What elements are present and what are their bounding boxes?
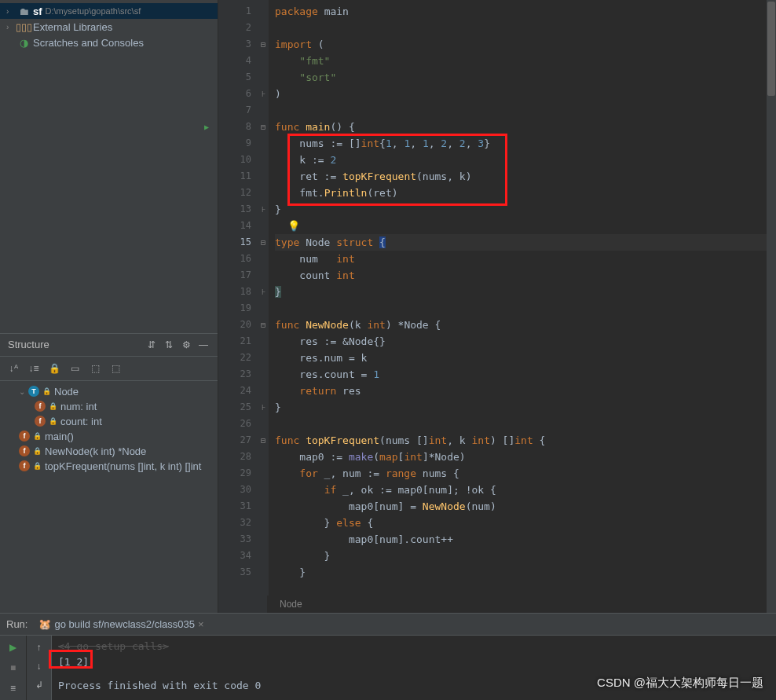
project-root[interactable]: › 🖿 sf D:\mysetup\gopath\src\sf: [0, 3, 218, 19]
lock-icon: 🔒: [33, 462, 42, 470]
struct-field-count[interactable]: f 🔒 count: int: [0, 414, 218, 429]
chevron-down-icon: ⌄: [19, 387, 25, 396]
collapse-icon[interactable]: ⇅: [163, 339, 175, 351]
external-libs-label: External Libraries: [33, 21, 112, 33]
type-icon: T: [28, 386, 39, 397]
struct-label: NewNode(k int) *Node: [45, 445, 146, 457]
scratches[interactable]: ◑ Scratches and Consoles: [0, 35, 218, 50]
scratches-label: Scratches and Consoles: [33, 37, 144, 49]
structure-header: Structure ⇵ ⇅ ⚙ —: [0, 334, 218, 356]
struct-node-type[interactable]: ⌄ T 🔒 Node: [0, 384, 218, 399]
project-name: sf: [33, 5, 42, 17]
struct-func-main[interactable]: f 🔒 main(): [0, 429, 218, 444]
down-icon[interactable]: ↓: [31, 658, 48, 675]
struct-func-newnode[interactable]: f 🔒 NewNode(k int) *Node: [0, 444, 218, 459]
struct-label: topKFrequent(nums []int, k int) []int: [45, 460, 201, 472]
wrap-icon[interactable]: ↲: [31, 676, 48, 694]
run-tab-label: go build sf/newclass2/class035: [54, 618, 195, 630]
struct-label: main(): [45, 431, 74, 442]
lock-icon: 🔒: [33, 447, 42, 455]
lock-icon: 🔒: [42, 387, 51, 395]
struct-label: num: int: [60, 401, 97, 412]
run-label: Run:: [6, 618, 27, 630]
stop-icon[interactable]: ■: [5, 659, 22, 676]
show-non-public-icon[interactable]: ▭: [66, 360, 83, 377]
scrollbar-thumb[interactable]: [767, 2, 775, 96]
console-setup: <4 go setup calls>: [58, 639, 770, 654]
sort-visibility-icon[interactable]: ↓≡: [25, 360, 42, 377]
sort-alpha-icon[interactable]: ↓ᴬ: [5, 360, 22, 377]
scrollbar-vertical[interactable]: [767, 0, 776, 613]
structure-toolbar: ↓ᴬ ↓≡ 🔒 ▭ ⬚ ⬚: [0, 356, 218, 381]
struct-label: count: int: [60, 416, 102, 427]
left-panel: › 🖿 sf D:\mysetup\gopath\src\sf › ▯▯▯ Ex…: [0, 0, 218, 613]
console-result: [1 2]: [58, 654, 770, 670]
watermark: CSDN @福大大架构师每日一题: [597, 676, 763, 691]
go-icon: 🐹: [38, 618, 51, 630]
gear-icon[interactable]: ⚙: [180, 339, 192, 351]
structure-panel: Structure ⇵ ⇅ ⚙ — ↓ᴬ ↓≡ 🔒 ▭ ⬚ ⬚ ⌄ T: [0, 333, 218, 614]
up-icon[interactable]: ↑: [31, 639, 48, 656]
autoscroll-from-icon[interactable]: ⬚: [107, 360, 124, 377]
run-tab[interactable]: 🐹 go build sf/newclass2/class035 ×: [34, 617, 208, 632]
struct-field-num[interactable]: f 🔒 num: int: [0, 399, 218, 414]
autoscroll-icon[interactable]: ⬚: [86, 360, 104, 377]
code-area[interactable]: package mainimport ( "fmt" "sort")func m…: [269, 0, 776, 613]
chevron-right-icon: ›: [6, 23, 14, 31]
run-nav: ↑ ↓ ↲: [27, 636, 52, 700]
lock-icon: 🔒: [33, 432, 42, 440]
line-gutter: 12345678▶9101112131415161718192021222324…: [218, 0, 258, 613]
library-icon: ▯▯▯: [17, 20, 30, 33]
struct-func-topk[interactable]: f 🔒 topKFrequent(nums []int, k int) []in…: [0, 459, 218, 474]
func-icon: f: [19, 445, 30, 456]
func-icon: f: [19, 431, 30, 442]
structure-tree: ⌄ T 🔒 Node f 🔒 num: int f 🔒 count: int f: [0, 381, 218, 477]
close-icon[interactable]: ×: [198, 618, 204, 630]
field-icon: f: [35, 401, 46, 412]
rerun-icon[interactable]: ▶: [5, 639, 22, 656]
fold-gutter: ⊟⊦⊟⊦⊟⊦⊟⊦⊟: [258, 0, 269, 613]
structure-title: Structure: [8, 339, 141, 350]
scratch-icon: ◑: [17, 36, 30, 49]
func-icon: f: [19, 460, 30, 471]
project-tree: › 🖿 sf D:\mysetup\gopath\src\sf › ▯▯▯ Ex…: [0, 0, 218, 53]
run-header: Run: 🐹 go build sf/newclass2/class035 ×: [0, 614, 776, 636]
show-fields-icon[interactable]: 🔒: [46, 360, 63, 377]
run-toolbar: ▶ ■ ≡: [0, 636, 27, 700]
editor-panel: 12345678▶9101112131415161718192021222324…: [218, 0, 776, 613]
layout-icon[interactable]: ≡: [5, 680, 22, 697]
folder-icon: 🖿: [17, 5, 30, 17]
expand-icon[interactable]: ⇵: [145, 339, 158, 351]
field-icon: f: [35, 416, 46, 427]
lock-icon: 🔒: [49, 402, 57, 410]
external-libraries[interactable]: › ▯▯▯ External Libraries: [0, 19, 218, 35]
breadcrumb[interactable]: Node: [267, 596, 776, 613]
hide-icon[interactable]: —: [197, 339, 210, 351]
struct-label: Node: [54, 386, 79, 398]
project-path: D:\mysetup\gopath\src\sf: [46, 6, 141, 16]
lock-icon: 🔒: [49, 417, 57, 425]
chevron-right-icon: ›: [6, 7, 14, 16]
